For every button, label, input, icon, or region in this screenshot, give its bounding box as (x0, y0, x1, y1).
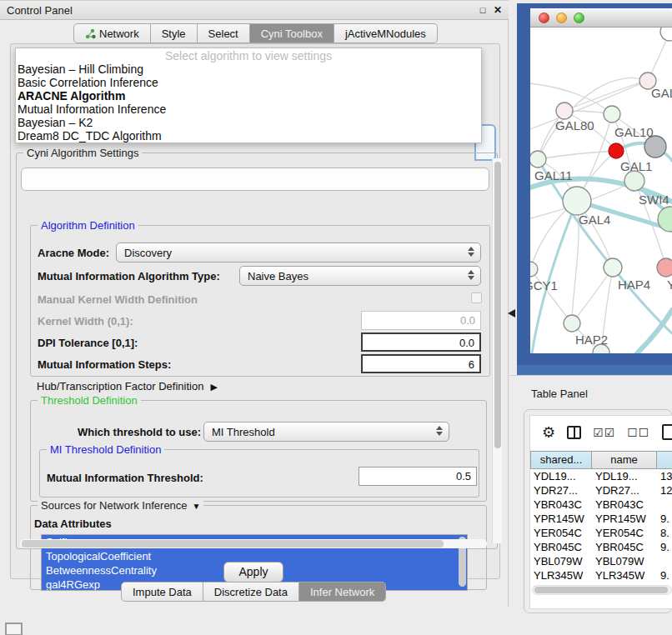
table-row[interactable]: YDL19...YDL19...13 (530, 469, 672, 483)
table-header-row: shared...nameA (530, 451, 672, 469)
column-header[interactable]: shared... (530, 451, 592, 469)
table-row[interactable]: YBR043CYBR043C (530, 498, 672, 512)
column-header[interactable]: A (657, 451, 672, 469)
network-node-label: GAL1 (620, 159, 652, 173)
network-node[interactable] (556, 102, 573, 119)
manual-kernel-label: Manual Kernel Width Definition (38, 293, 198, 306)
close-window-icon[interactable]: ✕ (492, 4, 504, 16)
dpi-tolerance-field[interactable]: 0.0 (361, 332, 481, 352)
network-node[interactable] (564, 315, 580, 332)
mi-algorithm-type-combobox[interactable]: Naive Bayes (239, 266, 481, 286)
table-cell: YPR145W (530, 512, 592, 526)
kernel-width-label: Kernel Width (0,1): (38, 315, 133, 328)
network-node[interactable] (604, 106, 620, 122)
floating-panel-icon[interactable] (5, 622, 23, 635)
settings-vertical-scrollbar[interactable] (492, 158, 502, 543)
algorithm-option[interactable]: Dream8 DC_TDC Algorithm (16, 129, 481, 142)
hub-tf-definition-toggle[interactable]: Hub/Transcription Factor Definition▶ (37, 380, 218, 392)
deselect-all-icon[interactable]: ☐☐ (627, 426, 649, 439)
mi-threshold-label: Mutual Information Threshold: (47, 472, 203, 484)
table-cell: YER054C (592, 526, 657, 540)
scrollbar-thumb[interactable] (22, 540, 444, 548)
tab-style[interactable]: Style (151, 23, 198, 43)
scrollbar-thumb[interactable] (494, 162, 501, 448)
gear-icon[interactable]: ⚙ (542, 425, 555, 440)
algorithm-option[interactable]: Bayesian – K2 (16, 116, 481, 129)
network-node[interactable] (604, 258, 622, 277)
table-row[interactable]: YBR045CYBR045C9. (530, 540, 672, 554)
table-row[interactable]: YLR345WYLR345W9. (530, 568, 672, 582)
tab-jactivemnodules[interactable]: jActiveMNodules (334, 23, 438, 43)
float-window-icon[interactable]: □ (477, 4, 489, 16)
document-icon[interactable] (662, 424, 672, 440)
minimize-traffic-light-icon[interactable] (556, 12, 567, 23)
table-cell: YDR27... (592, 483, 657, 498)
algorithm-option[interactable]: Mutual Information Inference (16, 102, 481, 116)
table-row[interactable]: YER054CYER054C8. (530, 526, 672, 540)
mi-type-value: Naive Bayes (248, 270, 308, 282)
table-horizontal-scrollbar[interactable] (532, 585, 672, 595)
mi-threshold-field[interactable]: 0.5 (359, 467, 477, 486)
aracne-mode-label: Aracne Mode: (38, 247, 109, 259)
aracne-mode-combobox[interactable]: Discovery (116, 242, 481, 262)
tab-select[interactable]: Select (198, 23, 250, 43)
tab-discretize-data[interactable]: Discretize Data (203, 582, 299, 602)
mi-type-label: Mutual Information Algorithm Type: (38, 270, 220, 282)
tab-label: Impute Data (133, 586, 192, 598)
desktop-background-band (517, 365, 672, 375)
network-node[interactable] (657, 258, 672, 277)
algorithm-option[interactable]: ARACNE Algorithm (16, 89, 481, 102)
manual-kernel-checkbox[interactable] (471, 292, 482, 303)
screen: Control Panel □ ✕ NetworkStyleSelectCyni… (0, 0, 672, 635)
sources-title[interactable]: Sources for Network Inference▼ (38, 499, 203, 512)
table-cell: YLR345W (592, 568, 657, 582)
column-header[interactable]: name (592, 451, 657, 469)
cyni-algorithm-settings-group: Cyni Algorithm Settings Algorithm Defini… (16, 152, 498, 549)
tab-network[interactable]: Network (73, 23, 151, 43)
top-tab-strip: NetworkStyleSelectCyni ToolboxjActiveMNo… (73, 23, 438, 43)
algorithm-option[interactable]: Bayesian – Hill Climbing (16, 62, 481, 76)
network-node[interactable] (624, 171, 644, 191)
which-threshold-combobox[interactable]: MI Threshold (203, 422, 449, 442)
control-panel-title: Control Panel (7, 4, 73, 17)
tab-label: Cyni Toolbox (261, 28, 323, 40)
algorithm-option[interactable]: Basic Correlation Inference (16, 76, 481, 89)
network-node-label: GAL4 (579, 212, 610, 227)
mouse-cursor (508, 309, 515, 318)
network-node-label: Y (667, 278, 672, 292)
control-panel-titlebar: Control Panel □ ✕ (0, 0, 509, 20)
table-row[interactable]: YBL079WYBL079W (530, 554, 672, 568)
tab-label: Network (99, 28, 139, 40)
table-toolbar: ⚙ ☑☑ ☐☐ (530, 416, 672, 449)
select-columns-icon[interactable] (567, 426, 581, 439)
network-node-label: GAL11 (534, 168, 573, 182)
tab-label: Select (208, 28, 238, 40)
tab-impute-data[interactable]: Impute Data (121, 582, 203, 602)
table-cell: 8. (657, 526, 672, 540)
tab-label: Infer Network (310, 586, 374, 598)
which-threshold-value: MI Threshold (212, 426, 275, 438)
data-attributes-label: Data Attributes (34, 518, 112, 530)
tab-cyni-toolbox[interactable]: Cyni Toolbox (250, 23, 334, 43)
settings-horizontal-scrollbar[interactable] (20, 539, 487, 548)
network-node[interactable] (530, 262, 538, 277)
table-row[interactable]: YDR27...YDR27...12 (530, 483, 672, 498)
mi-steps-field[interactable]: 6 (361, 354, 481, 373)
table-panel-section: Table Panel ⚙ ☑☑ ☐☐ shared...nameAYDL19.… (509, 375, 672, 635)
tab-infer-network[interactable]: Infer Network (299, 582, 386, 602)
network-node[interactable] (563, 187, 591, 215)
tab-label: Style (162, 28, 186, 40)
node-table: shared...nameAYDL19...YDL19...13YDR27...… (530, 451, 672, 597)
network-canvas[interactable]: GALGAL80GAL10GAL1GAL11SWI4GAL4GCY1HAP4YH… (530, 28, 672, 353)
network-node[interactable] (660, 28, 672, 41)
apply-button[interactable]: Apply (223, 562, 283, 582)
scrollbar-thumb[interactable] (534, 587, 668, 593)
network-node[interactable] (609, 143, 624, 158)
network-window-titlebar[interactable] (530, 8, 672, 28)
table-row[interactable]: YPR145WYPR145W9. (530, 512, 672, 526)
kernel-width-field[interactable]: 0.0 (361, 311, 481, 330)
zoom-traffic-light-icon[interactable] (574, 12, 584, 23)
select-all-icon[interactable]: ☑☑ (593, 426, 615, 439)
close-traffic-light-icon[interactable] (539, 12, 549, 23)
network-node[interactable] (530, 151, 546, 168)
